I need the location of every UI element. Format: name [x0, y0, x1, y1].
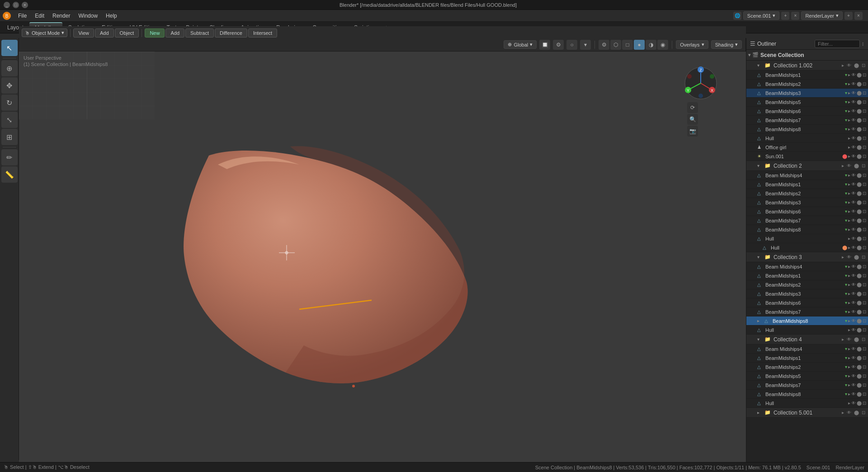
outliner-search[interactable] — [815, 40, 860, 48]
col-eye-1[interactable]: 👁 — [846, 163, 852, 169]
scale-tool[interactable]: ⤡ — [1, 112, 18, 128]
overlay-dropdown[interactable]: Overlays ▾ — [676, 40, 708, 49]
menu-file[interactable]: File — [14, 12, 30, 20]
obj-item-1-8-sub[interactable]: △ Hull ⬤▸👁⬤⊡ — [746, 243, 868, 252]
obj-item-0-6[interactable]: △ BeamMidships8 ▾▸👁⬤⊡ — [746, 125, 868, 134]
maximize-button[interactable]: □ — [13, 2, 19, 8]
obj-item-3-4[interactable]: △ BeamMidships7 ▾▸👁⬤⊡ — [746, 381, 868, 390]
shading-dropdown[interactable]: Shading ▾ — [711, 40, 742, 49]
obj-ren[interactable]: ⊡ — [863, 127, 866, 132]
obj-vis[interactable]: 👁 — [851, 118, 856, 123]
select-tool[interactable]: ↖ — [1, 40, 18, 56]
obj-eye[interactable]: ▸ — [848, 99, 850, 104]
obj-item-0-2[interactable]: △ BeamMidships3 ▾▸👁⬤⊡ — [746, 89, 868, 98]
obj-vis[interactable]: 👁 — [851, 81, 856, 86]
obj-item-2-1[interactable]: △ BeamMidships1 ▾▸👁⬤⊡ — [746, 271, 868, 280]
obj-ren[interactable]: ⊡ — [863, 109, 866, 113]
viewport-solid[interactable]: ● — [634, 40, 645, 50]
obj-ren[interactable]: ⊡ — [863, 154, 866, 159]
obj-item-1-1[interactable]: △ BeamMidships1 ▾▸👁⬤⊡ — [746, 180, 868, 189]
perspective-toggle[interactable]: ⟳ — [687, 102, 698, 113]
viewport-wire[interactable]: □ — [622, 40, 633, 50]
obj-eye[interactable]: ▸ — [848, 145, 850, 150]
obj-eye[interactable]: ▸ — [848, 109, 850, 113]
col-eye-0[interactable]: 👁 — [846, 62, 852, 68]
mode-selector[interactable]: 🖱 Object Mode ▾ — [22, 28, 67, 37]
menu-render[interactable]: Render — [49, 12, 74, 20]
close-button[interactable]: × — [22, 2, 28, 8]
add-menu[interactable]: Add — [95, 28, 114, 38]
obj-item-2-4[interactable]: △ BeamMidships6 ▾▸👁⬤⊡ — [746, 298, 868, 307]
obj-cam[interactable]: ⬤ — [857, 118, 862, 123]
zoom-camera[interactable]: 📷 — [687, 126, 698, 137]
scene-selector[interactable]: Scene.001 ▾ — [743, 11, 780, 20]
obj-eye[interactable]: ▸ — [848, 127, 850, 132]
obj-cam[interactable]: ⬤ — [857, 81, 862, 86]
outliner-filter[interactable]: ⫶ — [862, 41, 864, 47]
obj-item-1-7[interactable]: △ Hull ▸👁⬤⊡ — [746, 234, 868, 243]
obj-item-3-1[interactable]: △ BeamMidships1 ▾▸👁⬤⊡ — [746, 354, 868, 363]
obj-ren[interactable]: ⊡ — [863, 145, 866, 150]
obj-item-2-5[interactable]: △ BeamMidships7 ▾▸👁⬤⊡ — [746, 307, 868, 316]
obj-eye[interactable]: ▸ — [848, 81, 850, 86]
intersect-button[interactable]: Intersect — [248, 28, 277, 38]
blender-logo[interactable]: B — [2, 11, 12, 21]
move-tool[interactable]: ✥ — [1, 77, 18, 94]
col-restrict-select-0[interactable]: ▸ — [841, 62, 845, 68]
obj-cam[interactable]: ⬤ — [857, 136, 862, 141]
obj-item-0-9[interactable]: ☀ Sun.001 ⬤▸👁⬤⊡ — [746, 152, 868, 161]
viewport-rendered[interactable]: ◉ — [657, 40, 668, 50]
obj-vis[interactable]: 👁 — [851, 90, 856, 95]
obj-eye[interactable]: ▸ — [848, 118, 850, 123]
obj-item-2-2[interactable]: △ BeamMidships2 ▾▸👁⬤⊡ — [746, 280, 868, 289]
obj-item-2-0[interactable]: △ Beam Midships4 ▾▸👁⬤⊡ — [746, 262, 868, 271]
obj-vis[interactable]: 👁 — [851, 145, 856, 150]
obj-cam[interactable]: ⬤ — [857, 99, 862, 104]
obj-cam[interactable]: ⬤ — [857, 154, 862, 159]
obj-item-1-0[interactable]: △ Beam Midships4 ▾▸👁⬤⊡ — [746, 171, 868, 180]
obj-ren[interactable]: ⊡ — [863, 81, 866, 86]
new-button[interactable]: New — [145, 28, 165, 38]
obj-vis[interactable]: 👁 — [851, 72, 856, 77]
del-render-layer-button[interactable]: × — [854, 12, 863, 20]
viewport-3d[interactable]: User Perspective (1) Scene Collection | … — [19, 52, 746, 462]
collection-header-1[interactable]: ▾ 📁 Collection 2 ▸ 👁 ⬤ ⊡ — [746, 161, 868, 171]
obj-item-1-4[interactable]: △ BeamMidships6 ▾▸👁⬤⊡ — [746, 207, 868, 216]
col-ren-1[interactable]: ⊡ — [861, 163, 866, 169]
delete-scene-button[interactable]: × — [791, 12, 799, 20]
proportional-settings[interactable]: ▾ — [580, 40, 591, 50]
snap-settings[interactable]: ⚙ — [553, 40, 564, 50]
add-button[interactable]: Add — [165, 28, 184, 38]
obj-item-0-1[interactable]: △ BeamMidships2 ▾▸👁⬤⊡ — [746, 80, 868, 89]
obj-item-0-3[interactable]: △ BeamMidships5 ▾▸👁⬤⊡ — [746, 98, 868, 107]
menu-help[interactable]: Help — [102, 12, 121, 20]
new-render-layer-button[interactable]: + — [844, 12, 853, 20]
obj-item-1-3[interactable]: △ BeamMidships3 ▾▸👁⬤⊡ — [746, 198, 868, 207]
obj-vis[interactable]: 👁 — [851, 99, 856, 104]
obj-vis[interactable]: 👁 — [851, 127, 856, 132]
col-render-0[interactable]: ⊡ — [861, 62, 866, 68]
obj-vis[interactable]: 👁 — [851, 154, 856, 159]
collection-header-2[interactable]: ▾ 📁 Collection 3 ▸ 👁 ⬤ ⊡ — [746, 252, 868, 262]
col-camera-0[interactable]: ⬤ — [853, 62, 860, 68]
obj-item-2-6-active[interactable]: ▸ △ BeamMidships8 ▾▸👁⬤⊡ — [746, 316, 868, 326]
obj-item-1-6[interactable]: △ BeamMidships8 ▾▸👁⬤⊡ — [746, 225, 868, 234]
collection-header-4[interactable]: ▸ 📁 Collection 5.001 ▸ 👁 ⬤ ⊡ — [746, 408, 868, 418]
obj-ren[interactable]: ⊡ — [863, 90, 866, 95]
obj-ren[interactable]: ⊡ — [863, 118, 866, 123]
menu-edit[interactable]: Edit — [31, 12, 48, 20]
object-menu[interactable]: Object — [115, 28, 139, 38]
transform-tool[interactable]: ⊞ — [1, 129, 18, 145]
obj-item-3-2[interactable]: △ BeamMidships2 ▾▸👁⬤⊡ — [746, 363, 868, 372]
snap-toggle[interactable]: 🔲 — [539, 40, 550, 50]
gizmo-widget[interactable]: Z X Y ⟳ 🔍 📷 — [683, 65, 719, 101]
subtract-button[interactable]: Subtract — [185, 28, 214, 38]
obj-cam[interactable]: ⬤ — [857, 127, 862, 132]
obj-item-0-7[interactable]: △ Hull ▸👁⬤⊡ — [746, 134, 868, 143]
minimize-button[interactable]: _ — [4, 2, 10, 8]
obj-item-0-8[interactable]: ♟ Office girl ▸👁⬤⊡ — [746, 143, 868, 152]
difference-button[interactable]: Difference — [215, 28, 247, 38]
collection-header-0[interactable]: ▾ 📁 Collection 1.002 ▸ 👁 ⬤ ⊡ — [746, 61, 868, 71]
viewport-xray[interactable]: ⬡ — [610, 40, 621, 50]
obj-vis[interactable]: 👁 — [851, 136, 856, 141]
